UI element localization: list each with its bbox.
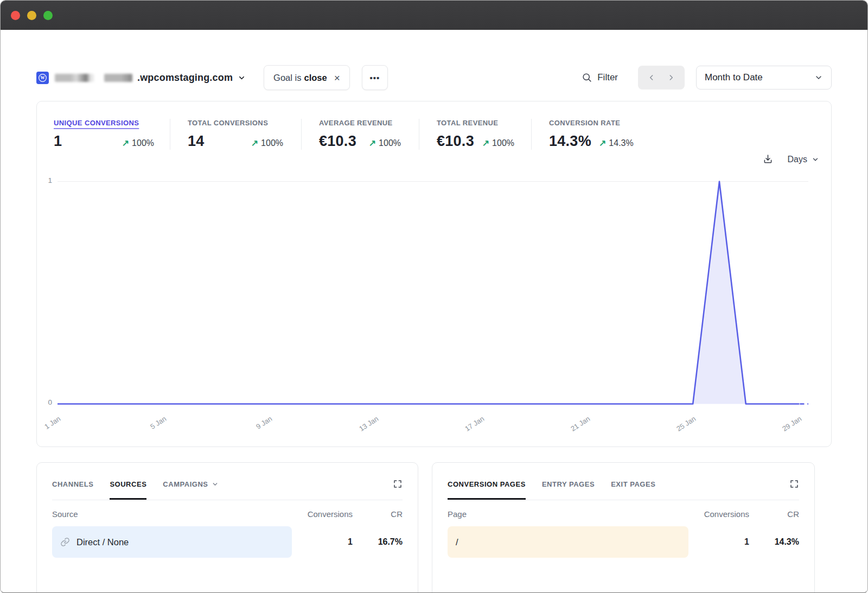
trend-up-icon: ↗ [122, 138, 129, 148]
cr-value: 16.7% [353, 537, 403, 547]
sources-card: CHANNELS SOURCES CAMPAIGNS Source Conver… [36, 462, 418, 593]
wordpress-icon: W [36, 72, 49, 84]
tab-entry-pages[interactable]: ENTRY PAGES [542, 480, 595, 488]
chevron-down-icon [812, 156, 819, 163]
expand-icon[interactable] [393, 479, 403, 489]
chevron-left-icon[interactable] [647, 73, 656, 82]
chevron-down-icon [238, 74, 246, 82]
conversions-report-card: UNIQUE CONVERSIONS 1 ↗100% TOTAL CONVERS… [36, 101, 832, 447]
report-header: W .wpcomstaging.com Goal is close × ••• … [36, 65, 832, 90]
page-label: / [456, 537, 458, 547]
stat-change: 100% [379, 138, 401, 148]
pages-table-header: Page Conversions CR [448, 500, 799, 526]
conversions-value: 1 [292, 537, 353, 547]
stat-value: 14.3% [549, 133, 591, 150]
stat-change: 100% [492, 138, 514, 148]
stat-conversion-rate[interactable]: CONVERSION RATE 14.3% ↗14.3% [531, 119, 831, 150]
sources-table-header: Source Conversions CR [52, 500, 403, 526]
stat-value: €10.3 [437, 133, 474, 150]
redacted-site-name [55, 74, 94, 82]
stats-row: UNIQUE CONVERSIONS 1 ↗100% TOTAL CONVERS… [37, 101, 831, 150]
table-row[interactable]: Direct / None 1 16.7% [52, 526, 403, 558]
y-axis-min-label: 0 [41, 398, 52, 406]
stat-value: €10.3 [319, 133, 356, 150]
tab-sources[interactable]: SOURCES [110, 480, 146, 488]
table-row[interactable]: / 1 14.3% [448, 526, 799, 558]
trend-up-icon: ↗ [482, 138, 489, 148]
tab-channels[interactable]: CHANNELS [52, 480, 93, 488]
more-filters-button[interactable]: ••• [362, 65, 388, 90]
date-range-select[interactable]: Month to Date [696, 66, 832, 90]
redacted-site-name [104, 74, 132, 82]
link-icon [60, 537, 70, 547]
app-window: W .wpcomstaging.com Goal is close × ••• … [0, 0, 868, 593]
x-tick-label: 21 Jan [569, 415, 591, 433]
trend-up-icon: ↗ [251, 138, 258, 148]
date-pager [638, 66, 685, 90]
close-window-button[interactable] [11, 11, 20, 20]
pages-card: CONVERSION PAGES ENTRY PAGES EXIT PAGES … [432, 462, 815, 593]
x-tick-label: 17 Jan [463, 415, 486, 433]
stat-total-conversions[interactable]: TOTAL CONVERSIONS 14 ↗100% [170, 119, 301, 150]
sources-card-tabs: CHANNELS SOURCES CAMPAIGNS [52, 463, 403, 500]
site-selector[interactable]: W .wpcomstaging.com [36, 72, 246, 84]
source-label: Direct / None [76, 537, 129, 547]
stat-total-revenue[interactable]: TOTAL REVENUE €10.3 ↗100% [419, 119, 531, 150]
interval-value: Days [788, 155, 807, 164]
x-tick-label: 5 Jan [149, 415, 168, 431]
x-tick-label: 1 Jan [43, 415, 62, 431]
pages-card-tabs: CONVERSION PAGES ENTRY PAGES EXIT PAGES [448, 463, 799, 500]
goal-filter-chip[interactable]: Goal is close × [264, 65, 350, 90]
stat-value: 14 [188, 133, 205, 150]
x-tick-label: 9 Jan [255, 415, 274, 431]
svg-text:W: W [40, 75, 44, 80]
remove-filter-icon[interactable]: × [334, 73, 340, 83]
minimize-window-button[interactable] [27, 11, 36, 20]
stat-change: 100% [132, 138, 154, 148]
goal-filter-value: close [304, 73, 327, 83]
trend-up-icon: ↗ [599, 138, 606, 148]
filter-button[interactable]: Filter [582, 72, 618, 83]
download-icon[interactable] [762, 154, 774, 165]
interval-select[interactable]: Days [788, 155, 819, 164]
search-icon [582, 72, 592, 83]
y-axis-max-label: 1 [41, 176, 52, 184]
conversions-chart[interactable] [58, 181, 808, 405]
stat-value: 1 [54, 133, 62, 150]
stat-change: 14.3% [609, 138, 633, 148]
conversions-value: 1 [688, 537, 749, 547]
chevron-down-icon [814, 73, 823, 82]
zoom-window-button[interactable] [43, 11, 53, 20]
stat-unique-conversions[interactable]: UNIQUE CONVERSIONS 1 ↗100% [54, 119, 170, 150]
tab-campaigns[interactable]: CAMPAIGNS [163, 480, 218, 488]
x-tick-label: 25 Jan [675, 415, 697, 433]
chevron-right-icon[interactable] [667, 73, 675, 82]
x-axis-labels: 1 Jan5 Jan9 Jan13 Jan17 Jan21 Jan25 Jan2… [58, 409, 808, 436]
trend-up-icon: ↗ [369, 138, 376, 148]
date-range-value: Month to Date [705, 72, 763, 83]
site-domain: .wpcomstaging.com [137, 72, 233, 84]
stat-change: 100% [261, 138, 283, 148]
window-title-bar [1, 1, 867, 30]
goal-filter-prefix: Goal is [273, 73, 301, 83]
expand-icon[interactable] [789, 479, 799, 489]
x-tick-label: 29 Jan [781, 415, 803, 433]
stat-average-revenue[interactable]: AVERAGE REVENUE €10.3 ↗100% [301, 119, 419, 150]
tab-conversion-pages[interactable]: CONVERSION PAGES [448, 480, 526, 488]
x-tick-label: 13 Jan [358, 415, 380, 433]
chevron-down-icon [212, 481, 219, 488]
filter-label: Filter [597, 72, 618, 83]
cr-value: 14.3% [749, 537, 799, 547]
tab-exit-pages[interactable]: EXIT PAGES [611, 480, 655, 488]
